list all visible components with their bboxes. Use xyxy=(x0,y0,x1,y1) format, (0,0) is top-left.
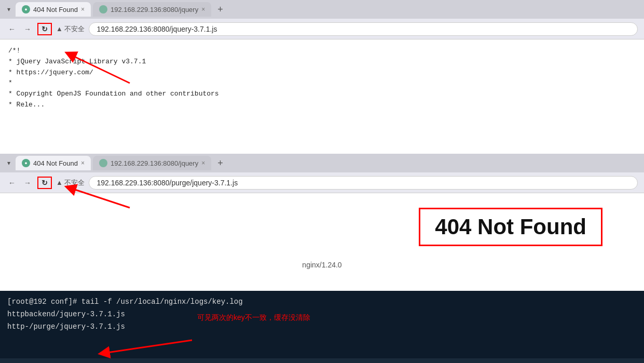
browser-window-bottom: ▾ ● 404 Not Found × 192.168.229.136:8080… xyxy=(0,154,644,291)
code-line-3: * https://jquery.com/ xyxy=(8,68,636,78)
code-line-1: /*! xyxy=(8,46,636,57)
tab-icon-top-1: ● xyxy=(22,5,30,14)
security-indicator-top: ▲ 不安全 xyxy=(56,24,85,34)
terminal-prompt: [root@192 conf]# tail -f /usr/local/ngin… xyxy=(7,296,637,308)
address-bar-bottom: ← → ↻ ▲ 不安全 xyxy=(0,172,644,193)
tab-bar-bottom: ▾ ● 404 Not Found × 192.168.229.136:8080… xyxy=(0,154,644,172)
not-found-title: 404 Not Found xyxy=(435,214,586,239)
tab-close-bottom-1[interactable]: × xyxy=(81,159,85,167)
tab-close-top-2[interactable]: × xyxy=(201,6,205,13)
new-tab-button-top[interactable]: + xyxy=(213,4,227,15)
reload-button-top[interactable]: ↻ xyxy=(37,23,52,35)
browser-menu-bottom[interactable]: ▾ xyxy=(4,157,13,169)
security-label-bottom: ▲ 不安全 xyxy=(56,178,85,187)
browser-content-top: /*! * jQuery JavaScript Library v3.7.1 *… xyxy=(0,39,644,154)
annotation-text: 可见两次的key不一致，缓存没清除 xyxy=(197,312,310,324)
tab-icon-bottom-2 xyxy=(99,159,107,167)
tab-close-bottom-2[interactable]: × xyxy=(201,159,205,167)
tab-jquery-top[interactable]: 192.168.229.136:8080/jquery × xyxy=(93,2,211,17)
url-bar-top[interactable] xyxy=(89,22,638,36)
tab-jquery-bottom[interactable]: 192.168.229.136:8080/jquery × xyxy=(93,156,211,170)
code-line-5: * Copyright OpenJS Foundation and other … xyxy=(8,89,636,100)
forward-button-bottom[interactable]: → xyxy=(22,177,33,189)
address-bar-top: ← → ↻ ▲ 不安全 xyxy=(0,19,644,39)
browser-window-top: ▾ ● 404 Not Found × 192.168.229.136:8080… xyxy=(0,0,644,154)
tab-bar-top: ▾ ● 404 Not Found × 192.168.229.136:8080… xyxy=(0,0,644,19)
reload-button-bottom[interactable]: ↻ xyxy=(37,177,52,189)
code-line-4: * xyxy=(8,78,636,89)
url-bar-bottom[interactable] xyxy=(89,176,638,190)
tab-label-top-1: 404 Not Found xyxy=(33,6,78,14)
tab-icon-bottom-1: ● xyxy=(22,159,30,167)
tab-label-bottom-1: 404 Not Found xyxy=(33,159,78,167)
security-indicator-bottom: ▲ 不安全 xyxy=(56,178,85,187)
terminal-panel: [root@192 conf]# tail -f /usr/local/ngin… xyxy=(0,291,644,358)
terminal-line-1: httpbackend/jquery-3.7.1.js xyxy=(7,308,637,321)
back-button-bottom[interactable]: ← xyxy=(6,177,18,189)
forward-button-top[interactable]: → xyxy=(22,23,33,35)
terminal-line-2: http-/purge/jquery-3.7.1.js xyxy=(7,321,637,333)
new-tab-button-bottom[interactable]: + xyxy=(213,158,227,169)
tab-icon-top-2 xyxy=(99,5,107,14)
code-line-6: * Rele... xyxy=(8,100,636,111)
tab-close-top-1[interactable]: × xyxy=(81,6,85,13)
tab-label-bottom-2: 192.168.229.136:8080/jquery xyxy=(111,159,198,167)
browser-content-bottom: 404 Not Found nginx/1.24.0 xyxy=(0,193,644,291)
tab-404-bottom[interactable]: ● 404 Not Found × xyxy=(16,156,91,170)
security-label-top: ▲ 不安全 xyxy=(56,24,85,34)
browser-menu-top[interactable]: ▾ xyxy=(4,4,13,15)
not-found-box: 404 Not Found xyxy=(419,208,602,246)
nginx-version: nginx/1.24.0 xyxy=(0,261,644,269)
code-line-2: * jQuery JavaScript Library v3.7.1 xyxy=(8,57,636,68)
tab-404-top[interactable]: ● 404 Not Found × xyxy=(16,2,91,17)
tab-label-top-2: 192.168.229.136:8080/jquery xyxy=(111,6,198,14)
back-button-top[interactable]: ← xyxy=(6,23,18,35)
